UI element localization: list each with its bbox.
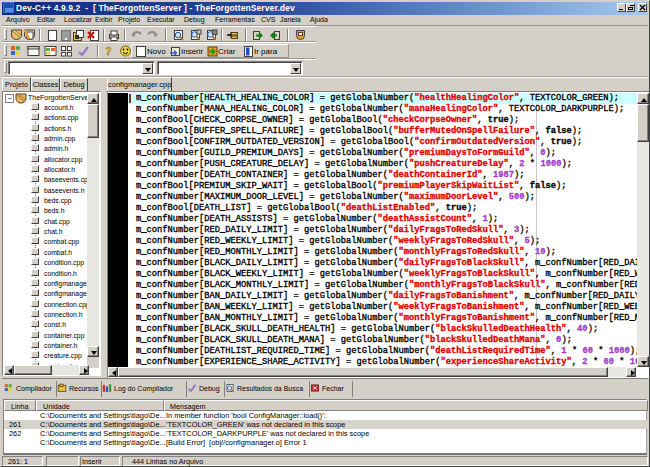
- svg-text:?: ?: [105, 45, 112, 57]
